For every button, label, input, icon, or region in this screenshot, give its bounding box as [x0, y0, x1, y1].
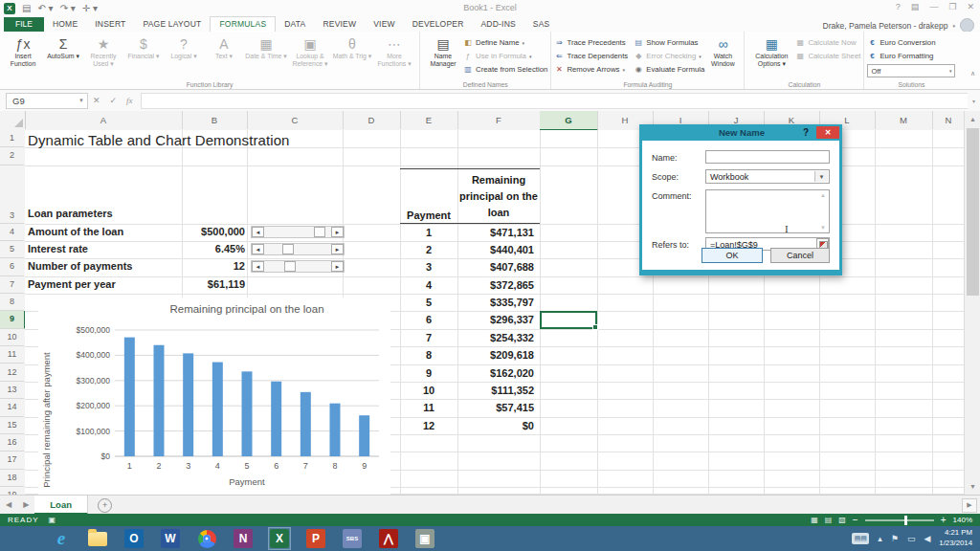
scrollbar-thumb[interactable] [314, 227, 325, 237]
chrome-icon[interactable] [195, 527, 218, 550]
acrobat-icon[interactable]: ⋀ [377, 527, 400, 550]
network-icon[interactable]: ▭ [907, 534, 916, 543]
column-header-a[interactable]: A [25, 111, 183, 129]
tab-add-ins[interactable]: ADD-INS [473, 17, 524, 32]
insert-function-button[interactable]: ƒxInsert Function [3, 33, 43, 68]
column-header-m[interactable]: M [875, 111, 933, 129]
logical-button[interactable]: ?Logical ▾ [164, 33, 204, 68]
define-name-button[interactable]: ◧Define Name▾ [463, 36, 547, 49]
tab-insert[interactable]: INSERT [86, 17, 134, 32]
tab-sas[interactable]: SAS [524, 17, 559, 32]
scrollbar-thumb[interactable] [282, 244, 294, 254]
scroll-left-icon[interactable]: ◄ [252, 244, 264, 254]
loan-chart[interactable]: Remaining principal on the loan$0$100,00… [38, 298, 390, 495]
photo-app-icon[interactable]: ▣ [413, 527, 436, 550]
sheet-nav-left-icon[interactable]: ◀ [0, 496, 17, 515]
row-header-19[interactable]: 19 [0, 487, 24, 495]
row-header-11[interactable]: 11 [0, 346, 24, 364]
comment-textarea[interactable]: ▲▼ I [705, 189, 830, 233]
clock[interactable]: 4:21 PM 1/23/2014 [939, 528, 972, 548]
onenote-icon[interactable]: N [232, 527, 255, 550]
page-layout-view-icon[interactable]: ▤ [825, 516, 833, 524]
tab-review[interactable]: REVIEW [314, 17, 365, 32]
macro-record-icon[interactable]: ▣ [49, 516, 56, 524]
column-header-d[interactable]: D [343, 111, 401, 129]
sheet-nav-right-icon[interactable]: ▶ [17, 496, 34, 515]
select-all-corner[interactable] [0, 111, 26, 129]
scrollbar-thumb[interactable] [284, 261, 296, 272]
cancel-button[interactable]: Cancel [770, 248, 830, 263]
watch-window-button[interactable]: ∞ Watch Window [704, 33, 741, 68]
normal-view-icon[interactable]: ▦ [811, 516, 818, 524]
page-break-view-icon[interactable]: ▧ [838, 516, 846, 524]
file-explorer-icon[interactable] [86, 527, 109, 550]
show-formulas-button[interactable]: ▤Show Formulas [634, 36, 704, 49]
use-in-formula-button[interactable]: ƒUse in Formula▾ [463, 50, 547, 62]
row-header-5[interactable]: 5 [0, 241, 24, 258]
dialog-title-bar[interactable]: New Name ? ✕ [642, 124, 839, 141]
excel-icon[interactable]: X [268, 527, 291, 550]
row-header-13[interactable]: 13 [0, 382, 24, 399]
sbs-icon[interactable]: SBS [341, 527, 364, 550]
dialog-help-icon[interactable]: ? [803, 127, 809, 138]
row-header-8[interactable]: 8 [0, 294, 24, 311]
row-header-9[interactable]: 9 [0, 311, 26, 328]
row-header-17[interactable]: 17 [0, 452, 24, 469]
lookup-reference-button[interactable]: ▣Lookup & Reference ▾ [288, 33, 332, 68]
word-icon[interactable]: W [159, 527, 182, 550]
restore-icon[interactable]: ❐ [948, 2, 956, 11]
row-header-3[interactable]: 3 [0, 165, 24, 224]
help-icon[interactable]: ? [896, 2, 901, 11]
zoom-level[interactable]: 140% [953, 516, 972, 524]
create-from-selection-button[interactable]: ▥Create from Selection [463, 63, 547, 76]
remove-arrows-button[interactable]: ✕Remove Arrows▾ [554, 63, 628, 76]
column-header-e[interactable]: E [400, 111, 458, 129]
row-header-6[interactable]: 6 [0, 258, 24, 276]
row-header-7[interactable]: 7 [0, 276, 24, 294]
recently-used-button[interactable]: ★Recently Used ▾ [83, 33, 123, 68]
date-time-button[interactable]: ▦Date & Time ▾ [244, 33, 288, 68]
autosum-button[interactable]: ΣAutoSum ▾ [43, 33, 83, 68]
trace-dependents-button[interactable]: ⇐Trace Dependents [554, 50, 628, 62]
row-header-16[interactable]: 16 [0, 434, 24, 452]
financial-button[interactable]: $Financial ▾ [123, 33, 164, 68]
row-header-10[interactable]: 10 [0, 329, 24, 346]
new-sheet-icon[interactable]: + [98, 498, 112, 513]
formula-input[interactable] [141, 93, 968, 109]
scroll-left-icon[interactable]: ◄ [252, 227, 264, 237]
scroll-up-icon[interactable]: ▲ [967, 113, 979, 125]
tab-page-layout[interactable]: PAGE LAYOUT [134, 17, 210, 32]
row-header-1[interactable]: 1 [0, 130, 24, 147]
tab-developer[interactable]: DEVELOPER [404, 17, 473, 32]
dialog-close-icon[interactable]: ✕ [816, 126, 839, 139]
row-header-4[interactable]: 4 [0, 224, 24, 241]
ie-icon[interactable]: e [50, 527, 73, 550]
user-account[interactable]: Drake, Pamela Peterson - drakepp ▾ [823, 18, 974, 33]
row-header-18[interactable]: 18 [0, 470, 24, 487]
enter-icon[interactable]: ✓ [110, 96, 118, 105]
tab-home[interactable]: HOME [44, 17, 86, 32]
powerpoint-icon[interactable]: P [304, 527, 327, 550]
scroll-right-icon[interactable]: ▶ [962, 498, 977, 513]
evaluate-formula-button[interactable]: ◉Evaluate Formula [634, 63, 704, 76]
euro-conversion-button[interactable]: €Euro Conversion [867, 36, 955, 49]
close-icon[interactable]: ✕ [967, 2, 974, 11]
tab-view[interactable]: VIEW [365, 17, 404, 32]
name-input[interactable] [705, 150, 830, 164]
tab-formulas[interactable]: FORMULAS [210, 16, 276, 32]
scroll-down-icon[interactable]: ▼ [967, 480, 979, 493]
euro-tools-dropdown[interactable]: Off▾ [867, 64, 955, 77]
scroll-left-icon[interactable]: ◄ [252, 261, 264, 272]
volume-icon[interactable]: ◀ [924, 534, 930, 543]
zoom-in-icon[interactable]: + [941, 516, 947, 525]
column-header-f[interactable]: F [457, 111, 541, 129]
sheet-tab-loan[interactable]: Loan [34, 496, 88, 515]
selected-cell-g9[interactable] [540, 311, 597, 328]
trace-precedents-button[interactable]: ⇒Trace Precedents [554, 36, 628, 49]
math-trig-button[interactable]: θMath & Trig ▾ [332, 33, 372, 68]
tab-data[interactable]: DATA [276, 17, 314, 32]
insert-function-icon[interactable]: fx [126, 96, 133, 105]
show-hidden-icons[interactable]: ▴ [878, 534, 882, 543]
error-checking-button[interactable]: ◆Error Checking▾ [634, 50, 704, 62]
ok-button[interactable]: OK [702, 248, 763, 263]
